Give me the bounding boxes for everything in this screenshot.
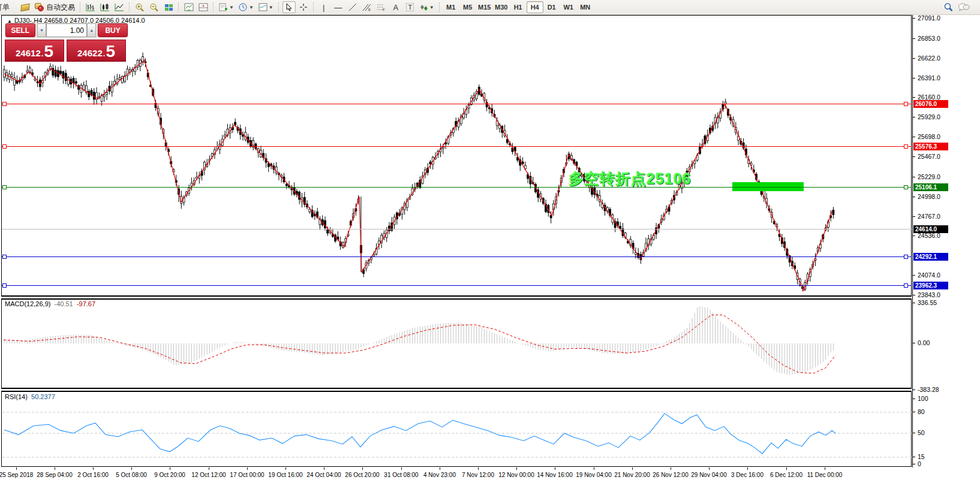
price-tick-label: 24074.0 xyxy=(918,271,940,279)
vertical-line-tool[interactable]: | xyxy=(317,1,330,13)
period-button[interactable]: ▼ xyxy=(237,1,255,13)
time-tick-mark xyxy=(555,467,555,470)
subwindow-icon[interactable] xyxy=(197,1,210,13)
price-tick-label: 25467.0 xyxy=(918,153,940,160)
rsi-scale-label: 0 xyxy=(918,460,921,467)
volume-up-button[interactable]: ▲ xyxy=(87,23,96,37)
chevron-down-icon: ▼ xyxy=(269,5,273,10)
toolbar: 订单 自动交易 xyxy=(0,0,980,15)
price-tick-mark xyxy=(913,177,915,177)
price-tick-label: 25229.0 xyxy=(918,173,940,180)
indicator-window-icon[interactable] xyxy=(182,1,196,13)
line-handle[interactable] xyxy=(904,255,908,259)
autotrade-icon xyxy=(35,3,44,11)
rsi-tick-mark xyxy=(913,457,915,457)
rsi-scale-label: 15 xyxy=(918,453,925,460)
timeframe-M30[interactable]: M30 xyxy=(493,1,510,13)
template-button[interactable]: ▼ xyxy=(257,1,275,13)
fibonacci-tool[interactable]: F xyxy=(375,1,388,13)
time-tick-mark xyxy=(632,467,633,470)
timeframe-M5[interactable]: M5 xyxy=(459,1,476,13)
sell-button[interactable]: SELL xyxy=(5,23,35,37)
search-icon[interactable] xyxy=(942,1,955,13)
price-tick-mark xyxy=(913,275,915,276)
price-tick-label: 24767.0 xyxy=(918,213,940,220)
time-tick-mark xyxy=(93,467,94,470)
price-tick-mark xyxy=(913,137,915,137)
buy-price-button[interactable]: 24622.5 xyxy=(67,40,126,62)
timeframe-W1[interactable]: W1 xyxy=(560,1,577,13)
line-chart-icon[interactable] xyxy=(113,1,126,13)
line-handle[interactable] xyxy=(2,185,7,189)
horizontal-line-tool[interactable]: — xyxy=(332,1,345,13)
timeframe-D1[interactable]: D1 xyxy=(543,1,560,13)
cursor-tool[interactable] xyxy=(282,1,296,13)
time-tick-mark xyxy=(209,467,209,470)
price-tick-mark xyxy=(913,58,915,59)
label-tool[interactable]: T xyxy=(404,1,417,13)
time-tick-mark xyxy=(131,467,132,470)
separator xyxy=(439,2,440,12)
rsi-scale-label: 100 xyxy=(918,395,928,402)
price-axis[interactable]: 27091.026853.026622.026391.026160.025929… xyxy=(912,15,980,467)
sell-price-button[interactable]: 24612.5 xyxy=(5,40,64,62)
channel-tool[interactable]: E xyxy=(360,1,374,13)
timeframe-M15[interactable]: M15 xyxy=(476,1,493,13)
buy-button[interactable]: BUY xyxy=(98,23,128,37)
macd-panel[interactable] xyxy=(1,299,912,388)
horizontal-level-line[interactable] xyxy=(2,285,912,286)
orders-button[interactable]: 订单 xyxy=(0,2,18,13)
time-tick-mark xyxy=(362,467,363,470)
timeframe-MN[interactable]: MN xyxy=(577,1,594,13)
line-handle[interactable] xyxy=(2,144,7,149)
price-tick-label: 26622.0 xyxy=(918,55,940,62)
text-tool[interactable]: A xyxy=(389,1,402,13)
rsi-panel[interactable] xyxy=(1,391,912,467)
time-axis[interactable]: 25 Sep 201828 Sep 04:002 Oct 16:005 Oct … xyxy=(0,467,980,486)
timeframe-M1[interactable]: M1 xyxy=(443,1,459,13)
price-tick-mark xyxy=(913,156,915,157)
volume-input[interactable] xyxy=(46,23,87,37)
separator xyxy=(213,2,214,12)
line-handle[interactable] xyxy=(904,283,908,288)
time-tick-mark xyxy=(16,467,17,470)
rsi-label: RSI(14) 50.2377 xyxy=(5,393,55,400)
trendline-tool[interactable] xyxy=(346,1,359,13)
add-indicator-button[interactable]: ▼ xyxy=(217,1,236,13)
macd-tick-mark xyxy=(913,343,915,343)
line-handle[interactable] xyxy=(2,283,7,288)
current-price-tag: 24614.0 xyxy=(913,225,948,233)
timeframe-H1[interactable]: H1 xyxy=(510,1,527,13)
new-order-icon[interactable] xyxy=(19,1,32,13)
crosshair-tool[interactable] xyxy=(297,1,310,13)
horizontal-level-line[interactable] xyxy=(2,146,912,147)
price-level-tag: 23962.3 xyxy=(913,282,948,289)
bar-chart-icon[interactable] xyxy=(84,1,97,13)
price-tick-mark xyxy=(913,216,915,217)
chat-icon[interactable] xyxy=(956,1,972,13)
horizontal-level-line[interactable] xyxy=(2,104,912,104)
volume-down-button[interactable]: ▼ xyxy=(37,23,46,37)
autotrade-button[interactable]: 自动交易 xyxy=(33,1,77,13)
line-handle[interactable] xyxy=(2,255,7,259)
line-handle[interactable] xyxy=(904,102,908,106)
price-tick-label: 27091.0 xyxy=(918,14,940,22)
line-handle[interactable] xyxy=(904,144,908,149)
time-tick-mark xyxy=(170,467,170,470)
separator xyxy=(313,2,314,12)
price-tick-mark xyxy=(913,97,915,98)
annotation-text[interactable]: 多空转折点25106 xyxy=(569,169,692,189)
horizontal-level-line[interactable] xyxy=(2,187,912,188)
zoom-out-icon[interactable] xyxy=(148,1,161,13)
horizontal-level-line[interactable] xyxy=(2,256,912,257)
zoom-in-icon[interactable] xyxy=(133,1,146,13)
main-chart-panel[interactable] xyxy=(1,15,912,296)
candlestick-chart-icon[interactable] xyxy=(98,1,112,13)
arrows-tool[interactable]: ▼ xyxy=(418,1,436,13)
tile-windows-icon[interactable] xyxy=(162,1,175,13)
price-tick-label: 24998.0 xyxy=(918,193,940,200)
timeframe-H4[interactable]: H4 xyxy=(527,1,543,13)
line-handle[interactable] xyxy=(904,185,908,189)
time-tick-mark xyxy=(285,467,286,470)
line-handle[interactable] xyxy=(2,102,7,106)
